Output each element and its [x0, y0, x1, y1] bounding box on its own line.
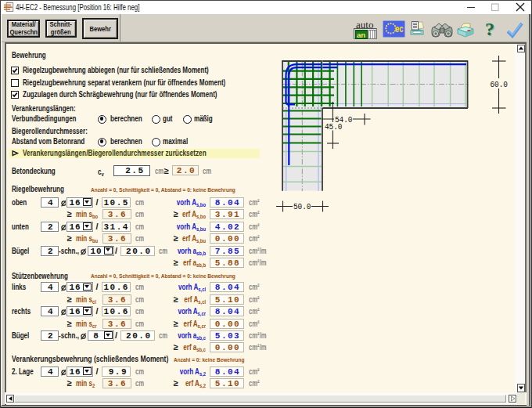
svg-text:ec: ec — [395, 23, 404, 34]
svg-text:45.0: 45.0 — [325, 122, 343, 132]
svg-text:50.0: 50.0 — [293, 202, 311, 211]
svg-text:60.0: 60.0 — [491, 80, 509, 89]
